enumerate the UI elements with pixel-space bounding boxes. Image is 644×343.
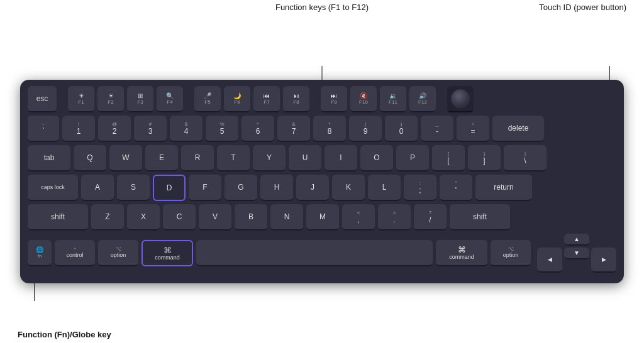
key-quote[interactable]: " ' (440, 175, 472, 201)
key-control[interactable]: ^ control (55, 240, 95, 266)
label-function-keys: Function keys (F1 to F12) (275, 3, 369, 12)
key-g[interactable]: G (225, 175, 257, 201)
key-w[interactable]: W (109, 145, 142, 172)
key-backslash[interactable]: | \ (504, 145, 547, 172)
key-comma[interactable]: < , (342, 204, 375, 231)
key-s[interactable]: S (117, 175, 150, 201)
key-minus[interactable]: _ - (421, 116, 453, 142)
annot-line-touchid (609, 66, 610, 80)
key-k[interactable]: K (332, 175, 365, 201)
key-j[interactable]: J (296, 175, 329, 201)
key-tab[interactable]: tab (28, 145, 70, 172)
key-equals[interactable]: + = (457, 116, 489, 142)
key-f9[interactable]: ⏭ F9 (321, 86, 347, 112)
key-a[interactable]: A (81, 175, 114, 201)
key-9[interactable]: ( 9 (349, 116, 382, 142)
number-row: ~ ` ! 1 @ 2 # 3 $ 4 % 5 (28, 116, 616, 142)
key-b[interactable]: B (235, 204, 267, 231)
key-command-left[interactable]: ⌘ command (142, 240, 193, 266)
key-f[interactable]: F (189, 175, 221, 201)
key-t[interactable]: T (217, 145, 250, 172)
fn-key-row: esc ☀ F1 ☀ F2 ⊞ F3 🔍 F4 🎤 (28, 86, 616, 112)
key-q[interactable]: Q (74, 145, 106, 172)
key-f12[interactable]: 🔊 F12 (409, 86, 436, 112)
key-y[interactable]: Y (253, 145, 286, 172)
key-z[interactable]: Z (91, 204, 124, 231)
key-arrow-left[interactable]: ◀ (537, 248, 562, 273)
key-c[interactable]: C (163, 204, 196, 231)
caps-row: caps lock A S D F G H J (28, 175, 616, 201)
key-i[interactable]: I (325, 145, 357, 172)
key-f3[interactable]: ⊞ F3 (127, 86, 153, 112)
label-fn-globe: Function (Fn)/Globe key (18, 330, 111, 339)
key-m[interactable]: M (306, 204, 339, 231)
key-0[interactable]: ) 0 (385, 116, 418, 142)
key-8[interactable]: * 8 (313, 116, 346, 142)
key-fn-globe[interactable]: 🌐 fn (28, 240, 52, 266)
key-lbracket[interactable]: { [ (432, 145, 465, 172)
annot-line-fn-globe (34, 283, 35, 301)
key-option-left[interactable]: ⌥ option (98, 240, 138, 266)
key-period[interactable]: > . (378, 204, 411, 231)
key-p[interactable]: P (396, 145, 429, 172)
key-arrow-down[interactable]: ▼ (564, 248, 589, 259)
key-backtick[interactable]: ~ ` (28, 116, 59, 142)
key-v[interactable]: V (199, 204, 231, 231)
keyboard: esc ☀ F1 ☀ F2 ⊞ F3 🔍 F4 🎤 (20, 80, 624, 283)
key-f4[interactable]: 🔍 F4 (157, 86, 183, 112)
key-o[interactable]: O (360, 145, 393, 172)
shift-row: shift Z X C V B N M < (28, 204, 616, 231)
key-e[interactable]: E (145, 145, 178, 172)
key-f11[interactable]: 🔉 F11 (380, 86, 406, 112)
key-return[interactable]: return (475, 175, 532, 201)
key-r[interactable]: R (181, 145, 214, 172)
key-slash[interactable]: ? / (414, 204, 447, 231)
tab-row: tab Q W E R T Y U I (28, 145, 616, 172)
key-h[interactable]: H (260, 175, 293, 201)
key-l[interactable]: L (368, 175, 401, 201)
key-1[interactable]: ! 1 (62, 116, 95, 142)
key-d[interactable]: D (153, 175, 186, 201)
key-f10[interactable]: 🔇 F10 (350, 86, 377, 112)
key-f8[interactable]: ⏯ F8 (283, 86, 309, 112)
key-f1[interactable]: ☀ F1 (68, 86, 94, 112)
key-rbracket[interactable]: } ] (468, 145, 501, 172)
key-arrow-up[interactable]: ▲ (564, 234, 589, 246)
key-3[interactable]: # 3 (134, 116, 167, 142)
key-f7[interactable]: ⏮ F7 (253, 86, 280, 112)
key-shift-right[interactable]: shift (450, 204, 510, 231)
bottom-row: 🌐 fn ^ control ⌥ option ⌘ command (28, 234, 616, 273)
key-touch-id[interactable] (447, 86, 474, 112)
arrow-cluster: ▲ ◀ ▼ ▶ (537, 234, 616, 273)
annot-line-fn-keys (322, 66, 323, 80)
key-4[interactable]: $ 4 (170, 116, 203, 142)
key-option-right[interactable]: ⌥ option (491, 240, 531, 266)
key-2[interactable]: @ 2 (98, 116, 131, 142)
key-semicolon[interactable]: : ; (404, 175, 436, 201)
key-delete[interactable]: delete (492, 116, 544, 142)
key-shift-left[interactable]: shift (28, 204, 88, 231)
key-f6[interactable]: 🌙 F6 (224, 86, 250, 112)
touchid-circle (451, 89, 470, 108)
key-n[interactable]: N (270, 204, 303, 231)
key-f2[interactable]: ☀ F2 (97, 86, 124, 112)
key-spacebar[interactable] (196, 240, 433, 266)
key-arrow-right[interactable]: ▶ (591, 248, 616, 273)
page-wrapper: Function keys (F1 to F12) Touch ID (powe… (0, 0, 644, 343)
key-esc[interactable]: esc (28, 86, 57, 112)
key-6[interactable]: ^ 6 (242, 116, 274, 142)
key-x[interactable]: X (127, 204, 160, 231)
key-u[interactable]: U (289, 145, 321, 172)
key-capslock[interactable]: caps lock (28, 175, 78, 201)
key-command-right[interactable]: ⌘ command (436, 240, 487, 266)
label-touch-id: Touch ID (power button) (539, 3, 626, 12)
key-5[interactable]: % 5 (206, 116, 238, 142)
key-7[interactable]: & 7 (277, 116, 310, 142)
key-f5[interactable]: 🎤 F5 (194, 86, 221, 112)
